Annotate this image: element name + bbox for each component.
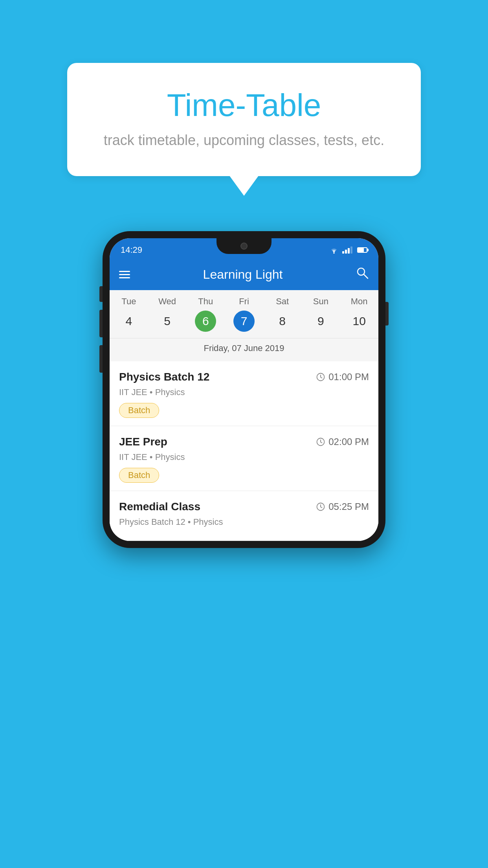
signal-bars xyxy=(342,246,352,254)
schedule-time-2: 05:25 PM xyxy=(316,501,369,512)
day-9[interactable]: 9 xyxy=(302,311,340,332)
battery-icon xyxy=(357,247,367,253)
day-7-selected[interactable]: 7 xyxy=(233,311,255,332)
clock-icon-0 xyxy=(316,372,325,382)
schedule-time-0: 01:00 PM xyxy=(316,371,369,383)
phone-notch xyxy=(216,238,272,254)
hamburger-icon[interactable] xyxy=(119,271,130,278)
schedule-item-1[interactable]: JEE Prep 02:00 PM IIT JEE • Physics Batc… xyxy=(110,426,378,491)
phone-btn-left3 xyxy=(99,345,103,373)
clock-icon-2 xyxy=(316,502,325,511)
day-5[interactable]: 5 xyxy=(148,311,187,332)
schedule-subtitle-0: IIT JEE • Physics xyxy=(119,387,369,397)
svg-point-0 xyxy=(333,252,335,254)
tooltip-subtitle: track timetable, upcoming classes, tests… xyxy=(99,132,389,149)
schedule-time-text-0: 01:00 PM xyxy=(328,371,369,383)
batch-badge-0: Batch xyxy=(119,403,159,418)
day-header-6: Mon xyxy=(340,296,378,307)
batch-badge-1: Batch xyxy=(119,468,159,483)
schedule-item-2-header: Remedial Class 05:25 PM xyxy=(119,500,369,513)
selected-date-label: Friday, 07 June 2019 xyxy=(110,338,378,361)
search-icon[interactable] xyxy=(356,266,369,283)
schedule-item-0-header: Physics Batch 12 01:00 PM xyxy=(119,371,369,383)
day-header-1: Wed xyxy=(148,296,187,307)
phone-outer: 14:29 xyxy=(103,231,385,548)
phone-camera xyxy=(240,243,248,250)
phone-btn-left1 xyxy=(99,286,103,302)
phone-screen: 14:29 xyxy=(110,238,378,541)
status-icons xyxy=(329,246,367,254)
app-bar: Learning Light xyxy=(110,259,378,290)
schedule-title-0: Physics Batch 12 xyxy=(119,371,209,383)
phone-btn-right xyxy=(385,302,389,326)
svg-line-2 xyxy=(364,274,368,278)
day-header-4: Sat xyxy=(263,296,302,307)
calendar-strip: Tue Wed Thu Fri Sat Sun Mon 4 5 6 7 8 9 … xyxy=(110,290,378,361)
schedule-time-text-2: 05:25 PM xyxy=(328,501,369,512)
day-8[interactable]: 8 xyxy=(263,311,302,332)
day-numbers: 4 5 6 7 8 9 10 xyxy=(110,311,378,332)
status-time: 14:29 xyxy=(121,245,142,255)
day-header-2: Thu xyxy=(186,296,225,307)
day-headers: Tue Wed Thu Fri Sat Sun Mon xyxy=(110,296,378,307)
schedule-subtitle-2: Physics Batch 12 • Physics xyxy=(119,517,369,527)
day-header-3: Fri xyxy=(225,296,263,307)
day-header-0: Tue xyxy=(110,296,148,307)
tooltip-card: Time-Table track timetable, upcoming cla… xyxy=(67,63,421,176)
day-6-today[interactable]: 6 xyxy=(195,311,216,332)
schedule-time-text-1: 02:00 PM xyxy=(328,436,369,447)
day-4[interactable]: 4 xyxy=(110,311,148,332)
schedule-title-2: Remedial Class xyxy=(119,500,200,513)
schedule-subtitle-1: IIT JEE • Physics xyxy=(119,452,369,462)
schedule-item-1-header: JEE Prep 02:00 PM xyxy=(119,436,369,448)
tooltip-title: Time-Table xyxy=(99,86,389,124)
wifi-icon xyxy=(329,246,339,254)
schedule-list: Physics Batch 12 01:00 PM IIT JEE • Phys… xyxy=(110,361,378,541)
day-10[interactable]: 10 xyxy=(340,311,378,332)
phone-btn-left2 xyxy=(99,310,103,337)
schedule-item-0[interactable]: Physics Batch 12 01:00 PM IIT JEE • Phys… xyxy=(110,361,378,426)
schedule-item-2[interactable]: Remedial Class 05:25 PM Physics Batch 12… xyxy=(110,491,378,541)
schedule-time-1: 02:00 PM xyxy=(316,436,369,447)
app-bar-title: Learning Light xyxy=(203,267,283,282)
day-header-5: Sun xyxy=(302,296,340,307)
clock-icon-1 xyxy=(316,437,325,447)
schedule-title-1: JEE Prep xyxy=(119,436,167,448)
phone-mockup: 14:29 xyxy=(103,231,385,548)
